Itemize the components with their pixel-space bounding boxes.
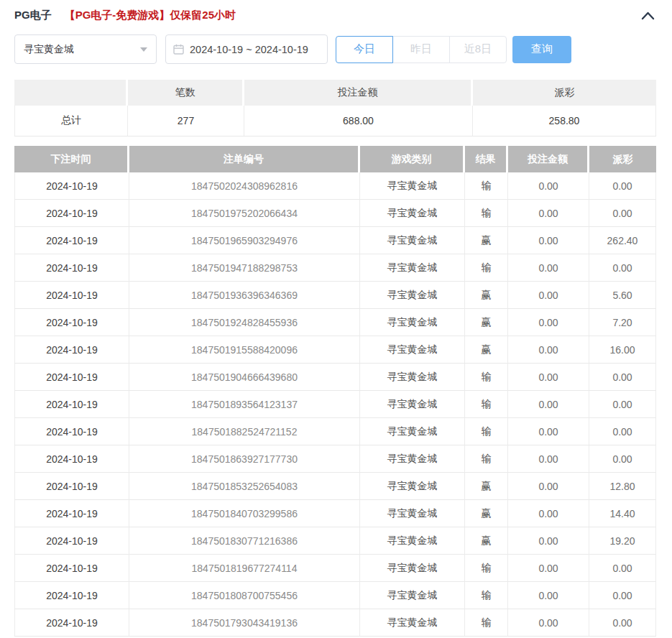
- cell-bet-amount: 0.00: [508, 309, 589, 336]
- cell-order-id: 1847501882524721152: [129, 418, 360, 445]
- quick-filter-today[interactable]: 今日: [336, 36, 393, 63]
- table-row: 2024-10-191847501840703299586寻宝黄金城赢0.001…: [14, 500, 656, 527]
- cell-result: 赢: [465, 473, 508, 500]
- cell-order-id: 1847501904666439680: [129, 364, 360, 391]
- summary-total-bet-amount: 688.00: [244, 106, 473, 137]
- cell-result: 输: [465, 200, 508, 227]
- cell-bet-amount: 0.00: [508, 609, 589, 637]
- cell-payout: 0.00: [589, 582, 656, 609]
- cell-result: 输: [465, 582, 508, 609]
- cell-bet-time: 2024-10-19: [14, 227, 129, 254]
- cell-result: 输: [465, 418, 508, 445]
- cell-bet-time: 2024-10-19: [14, 555, 129, 582]
- cell-order-id: 1847501965903294976: [129, 227, 360, 254]
- cell-bet-amount: 0.00: [508, 391, 589, 418]
- cell-bet-time: 2024-10-19: [14, 527, 129, 555]
- quick-filter-last8days[interactable]: 近8日: [449, 36, 507, 63]
- cell-bet-time: 2024-10-19: [14, 309, 129, 336]
- cell-game-type: 寻宝黄金城: [360, 473, 465, 500]
- cell-bet-time: 2024-10-19: [14, 336, 129, 364]
- cell-payout: 19.20: [589, 527, 656, 555]
- cell-bet-amount: 0.00: [508, 172, 589, 200]
- header-game-type: 游戏类别: [360, 146, 465, 172]
- cell-payout: 0.00: [589, 445, 656, 473]
- collapse-button[interactable]: [640, 8, 656, 23]
- table-row: 2024-10-191847501924828455936寻宝黄金城赢0.007…: [14, 309, 656, 336]
- report-panel: PG电子 【PG电子-免费游戏】仅保留25小时 寻宝黄金城: [14, 0, 656, 637]
- cell-result: 赢: [465, 500, 508, 527]
- cell-result: 赢: [465, 309, 508, 336]
- table-row: 2024-10-191847501915588420096寻宝黄金城赢0.001…: [14, 336, 656, 364]
- cell-result: 输: [465, 445, 508, 473]
- cell-game-type: 寻宝黄金城: [360, 172, 465, 200]
- cell-game-type: 寻宝黄金城: [360, 254, 465, 282]
- cell-game-type: 寻宝黄金城: [360, 282, 465, 309]
- cell-payout: 5.60: [589, 282, 656, 309]
- cell-game-type: 寻宝黄金城: [360, 227, 465, 254]
- header-order-id: 注单编号: [129, 146, 360, 172]
- cell-payout: 16.00: [589, 336, 656, 364]
- cell-result: 输: [465, 364, 508, 391]
- cell-game-type: 寻宝黄金城: [360, 500, 465, 527]
- cell-game-type: 寻宝黄金城: [360, 309, 465, 336]
- quick-filter-group: 今日 昨日 近8日: [336, 36, 507, 63]
- cell-payout: 0.00: [589, 254, 656, 282]
- cell-order-id: 1847501830771216386: [129, 527, 360, 555]
- cell-bet-amount: 0.00: [508, 582, 589, 609]
- search-button[interactable]: 查询: [512, 36, 571, 63]
- cell-bet-amount: 0.00: [508, 227, 589, 254]
- cell-result: 赢: [465, 282, 508, 309]
- cell-order-id: 1847501853252654083: [129, 473, 360, 500]
- game-select[interactable]: 寻宝黄金城: [14, 34, 157, 64]
- cell-game-type: 寻宝黄金城: [360, 364, 465, 391]
- summary-total-row: 总计 277 688.00 258.80: [14, 106, 656, 137]
- cell-bet-amount: 0.00: [508, 336, 589, 364]
- header-payout: 派彩: [589, 146, 656, 172]
- cell-payout: 0.00: [589, 172, 656, 200]
- table-row: 2024-10-191847501975202066434寻宝黄金城输0.000…: [14, 200, 656, 227]
- summary-total-payout: 258.80: [473, 106, 656, 137]
- table-row: 2024-10-191847501853252654083寻宝黄金城赢0.001…: [14, 473, 656, 500]
- quick-filter-yesterday[interactable]: 昨日: [392, 36, 450, 63]
- date-range-input[interactable]: 2024-10-19 ~ 2024-10-19: [165, 34, 328, 64]
- bet-table-header-row: 下注时间 注单编号 游戏类别 结果 投注金额 派彩: [14, 146, 656, 172]
- cell-bet-amount: 0.00: [508, 555, 589, 582]
- cell-payout: 0.00: [589, 609, 656, 637]
- header-bet-time: 下注时间: [14, 146, 129, 172]
- summary-header-payout: 派彩: [473, 80, 656, 106]
- cell-bet-time: 2024-10-19: [14, 445, 129, 473]
- cell-game-type: 寻宝黄金城: [360, 527, 465, 555]
- header-result: 结果: [465, 146, 508, 172]
- table-row: 2024-10-191847501936396346369寻宝黄金城赢0.005…: [14, 282, 656, 309]
- cell-result: 输: [465, 555, 508, 582]
- cell-order-id: 1847501947188298753: [129, 254, 360, 282]
- caret-down-icon: [140, 47, 147, 52]
- cell-game-type: 寻宝黄金城: [360, 336, 465, 364]
- cell-order-id: 1847501808700755456: [129, 582, 360, 609]
- table-row: 2024-10-191847501893564123137寻宝黄金城输0.000…: [14, 391, 656, 418]
- cell-bet-amount: 0.00: [508, 445, 589, 473]
- chevron-up-icon: [641, 11, 655, 20]
- cell-result: 输: [465, 609, 508, 637]
- cell-bet-amount: 0.00: [508, 282, 589, 309]
- cell-payout: 0.00: [589, 555, 656, 582]
- cell-order-id: 1847501863927177730: [129, 445, 360, 473]
- date-range-value: 2024-10-19 ~ 2024-10-19: [190, 44, 308, 55]
- cell-order-id: 1847502024308962816: [129, 172, 360, 200]
- cell-order-id: 1847501975202066434: [129, 200, 360, 227]
- titlebar: PG电子 【PG电子-免费游戏】仅保留25小时: [14, 0, 656, 23]
- cell-bet-amount: 0.00: [508, 500, 589, 527]
- summary-header-blank: [14, 80, 128, 106]
- cell-game-type: 寻宝黄金城: [360, 555, 465, 582]
- cell-result: 输: [465, 391, 508, 418]
- cell-order-id: 1847501819677274114: [129, 555, 360, 582]
- cell-bet-amount: 0.00: [508, 200, 589, 227]
- cell-bet-amount: 0.00: [508, 254, 589, 282]
- cell-bet-amount: 0.00: [508, 473, 589, 500]
- cell-order-id: 1847501915588420096: [129, 336, 360, 364]
- summary-total-label: 总计: [14, 106, 128, 137]
- cell-result: 赢: [465, 336, 508, 364]
- cell-payout: 0.00: [589, 364, 656, 391]
- cell-game-type: 寻宝黄金城: [360, 391, 465, 418]
- cell-bet-amount: 0.00: [508, 527, 589, 555]
